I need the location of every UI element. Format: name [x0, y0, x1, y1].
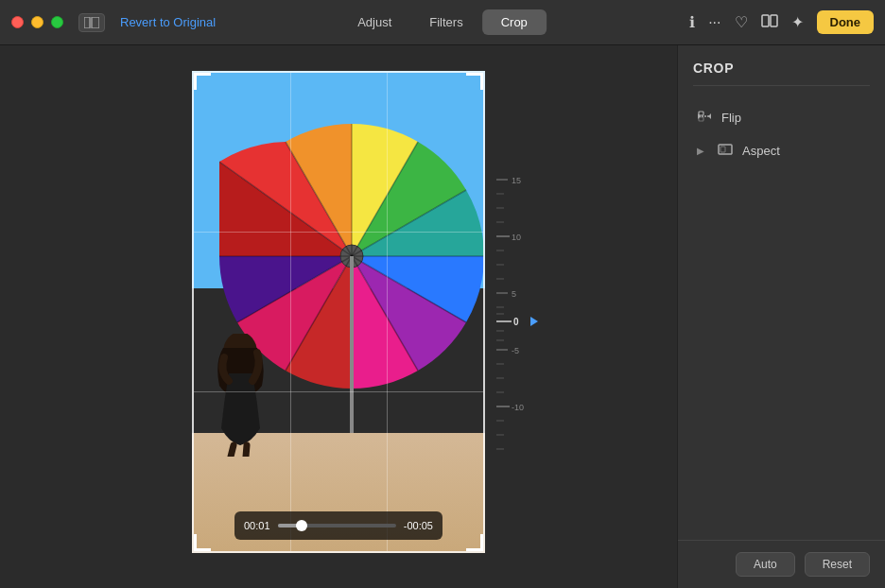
grid-line-v1 — [290, 73, 291, 551]
svg-rect-49 — [699, 112, 703, 115]
aspect-label: Aspect — [742, 144, 780, 158]
maximize-button[interactable] — [51, 16, 63, 28]
rotation-dial[interactable]: 15 10 5 0 — [496, 161, 553, 463]
flip-item[interactable]: Flip — [693, 101, 870, 134]
crop-corner-tl[interactable] — [194, 73, 211, 90]
svg-text:15: 15 — [512, 176, 521, 185]
timeline-track[interactable] — [278, 524, 396, 527]
done-button[interactable]: Done — [817, 10, 875, 34]
svg-rect-52 — [720, 147, 725, 152]
svg-text:10: 10 — [512, 233, 521, 242]
nav-tabs: Adjust Filters Crop — [338, 9, 547, 35]
svg-text:-5: -5 — [512, 346, 519, 355]
svg-text:0: 0 — [513, 317, 519, 327]
grid-line-h1 — [194, 232, 483, 233]
remaining-time: -00:05 — [404, 520, 433, 531]
minimize-button[interactable] — [31, 16, 43, 28]
crop-corner-br[interactable] — [466, 534, 483, 551]
aspect-item[interactable]: ▶ Aspect — [693, 134, 870, 167]
aspect-icon — [718, 142, 733, 160]
svg-rect-0 — [84, 17, 90, 28]
photo-container: 15 10 5 0 — [192, 71, 485, 553]
crop-border — [192, 71, 485, 553]
main-content: 15 10 5 0 — [0, 45, 885, 588]
photo-area: 15 10 5 0 — [0, 45, 677, 588]
svg-rect-3 — [771, 15, 777, 26]
compare-icon[interactable] — [761, 12, 778, 33]
video-timeline: 00:01 -00:05 — [234, 511, 442, 540]
titlebar: Revert to Original Adjust Filters Crop ℹ… — [0, 0, 885, 45]
aspect-chevron-icon: ▶ — [697, 146, 704, 156]
revert-button[interactable]: Revert to Original — [120, 15, 216, 29]
svg-text:-10: -10 — [512, 403, 524, 412]
svg-rect-2 — [762, 15, 769, 26]
magic-icon[interactable]: ✦ — [791, 13, 804, 31]
tab-adjust[interactable]: Adjust — [338, 9, 410, 35]
heart-icon[interactable]: ♡ — [735, 13, 748, 31]
grid-line-v2 — [387, 73, 388, 551]
auto-button[interactable]: Auto — [736, 552, 795, 577]
view-controls — [78, 13, 105, 32]
panel-toggle-icon[interactable] — [78, 13, 105, 32]
panel-title: CROP — [693, 61, 870, 86]
more-icon[interactable]: ··· — [708, 14, 720, 31]
info-icon[interactable]: ℹ — [689, 13, 695, 31]
timeline-thumb[interactable] — [296, 520, 307, 531]
panel-section-crop: CROP Flip ▶ — [678, 45, 885, 540]
current-time: 00:01 — [244, 520, 270, 531]
reset-button[interactable]: Reset — [805, 552, 870, 577]
flip-icon — [697, 109, 712, 127]
svg-marker-35 — [530, 317, 538, 326]
tab-crop[interactable]: Crop — [482, 9, 547, 35]
close-button[interactable] — [11, 16, 24, 28]
crop-corner-tr[interactable] — [466, 73, 483, 90]
svg-rect-1 — [92, 17, 99, 28]
right-panel: CROP Flip ▶ — [677, 45, 885, 588]
panel-bottom: Auto Reset — [678, 540, 885, 588]
svg-text:5: 5 — [512, 289, 516, 299]
tab-filters[interactable]: Filters — [410, 9, 481, 35]
svg-rect-50 — [699, 117, 703, 121]
crop-corner-bl[interactable] — [194, 534, 211, 551]
traffic-lights — [11, 16, 63, 28]
grid-line-h2 — [194, 391, 483, 392]
titlebar-actions: ℹ ··· ♡ ✦ Done — [689, 10, 874, 34]
flip-label: Flip — [721, 111, 741, 125]
